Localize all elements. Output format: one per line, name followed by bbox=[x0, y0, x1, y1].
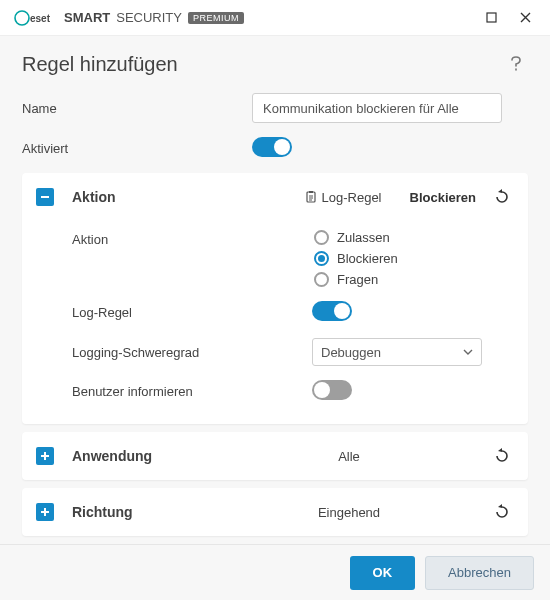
name-row: Name bbox=[22, 86, 546, 130]
notify-toggle[interactable] bbox=[312, 380, 352, 400]
svg-rect-2 bbox=[487, 13, 496, 22]
logregel-chip-label: Log-Regel bbox=[322, 190, 382, 205]
card-richtung-header[interactable]: Richtung Eingehend bbox=[22, 488, 528, 536]
card-aktion: Aktion Log-Regel Blockieren Aktion bbox=[22, 173, 528, 424]
card-richtung-reset[interactable] bbox=[490, 500, 514, 524]
card-richtung-value: Eingehend bbox=[222, 505, 476, 520]
card-aktion-value: Blockieren bbox=[410, 190, 476, 205]
svg-rect-3 bbox=[41, 196, 49, 198]
svg-point-0 bbox=[15, 11, 29, 25]
footer: OK Abbrechen bbox=[0, 544, 550, 600]
brand-word-smart: SMART bbox=[64, 10, 110, 25]
radio-fragen[interactable]: Fragen bbox=[314, 272, 514, 287]
radio-zulassen-label: Zulassen bbox=[337, 230, 390, 245]
svg-rect-5 bbox=[309, 191, 313, 193]
severity-label: Logging-Schweregrad bbox=[72, 345, 312, 360]
collapse-icon bbox=[36, 188, 54, 206]
aktiviert-label: Aktiviert bbox=[22, 141, 252, 156]
svg-rect-7 bbox=[41, 455, 49, 457]
card-anwendung-value: Alle bbox=[222, 449, 476, 464]
card-richtung-title: Richtung bbox=[72, 504, 222, 520]
window-maximize-button[interactable] bbox=[474, 4, 508, 32]
notify-label: Benutzer informieren bbox=[72, 384, 312, 399]
card-anwendung-header[interactable]: Anwendung Alle bbox=[22, 432, 528, 480]
name-input[interactable] bbox=[252, 93, 502, 123]
page-title: Regel hinzufügen bbox=[22, 53, 504, 76]
radio-blockieren[interactable]: Blockieren bbox=[314, 251, 514, 266]
logregel-chip: Log-Regel bbox=[304, 190, 382, 205]
card-aktion-header[interactable]: Aktion Log-Regel Blockieren bbox=[22, 173, 528, 221]
titlebar: eset SMART SECURITY PREMIUM bbox=[0, 0, 550, 36]
severity-select[interactable]: Debuggen bbox=[312, 338, 482, 366]
undo-icon bbox=[493, 188, 511, 206]
radio-zulassen[interactable]: Zulassen bbox=[314, 230, 514, 245]
undo-icon bbox=[493, 503, 511, 521]
card-anwendung-reset[interactable] bbox=[490, 444, 514, 468]
aktion-label: Aktion bbox=[72, 230, 312, 247]
chevron-down-icon bbox=[463, 349, 473, 355]
card-aktion-body: Aktion Zulassen Blockieren Fragen Log-Re… bbox=[22, 221, 528, 424]
brand-badge: PREMIUM bbox=[188, 12, 244, 24]
notify-row: Benutzer informieren bbox=[72, 373, 514, 410]
severity-value: Debuggen bbox=[321, 345, 381, 360]
help-button[interactable] bbox=[504, 52, 528, 76]
severity-row: Logging-Schweregrad Debuggen bbox=[72, 331, 514, 373]
logregel-row: Log-Regel bbox=[72, 294, 514, 331]
radio-fragen-label: Fragen bbox=[337, 272, 378, 287]
clipboard-icon bbox=[304, 190, 318, 204]
logregel-label: Log-Regel bbox=[72, 305, 312, 320]
card-aktion-title: Aktion bbox=[72, 189, 304, 205]
expand-icon bbox=[36, 503, 54, 521]
window-close-button[interactable] bbox=[508, 4, 542, 32]
window: eset SMART SECURITY PREMIUM Regel hinzuf… bbox=[0, 0, 550, 600]
svg-text:eset: eset bbox=[30, 13, 51, 24]
close-icon bbox=[520, 12, 531, 23]
maximize-icon bbox=[486, 12, 497, 23]
aktiviert-toggle[interactable] bbox=[252, 137, 292, 157]
eset-logo-icon: eset bbox=[14, 10, 58, 26]
aktion-radio-row: Aktion Zulassen Blockieren Fragen bbox=[72, 223, 514, 294]
help-icon bbox=[511, 56, 521, 72]
aktiviert-row: Aktiviert bbox=[22, 130, 546, 167]
cancel-button[interactable]: Abbrechen bbox=[425, 556, 534, 590]
expand-icon bbox=[36, 447, 54, 465]
brand: eset SMART SECURITY PREMIUM bbox=[14, 10, 244, 26]
ok-button[interactable]: OK bbox=[350, 556, 416, 590]
name-label: Name bbox=[22, 101, 252, 116]
brand-word-security: SECURITY bbox=[116, 10, 182, 25]
card-aktion-reset[interactable] bbox=[490, 185, 514, 209]
card-anwendung: Anwendung Alle bbox=[22, 432, 528, 480]
radio-blockieren-label: Blockieren bbox=[337, 251, 398, 266]
logregel-toggle[interactable] bbox=[312, 301, 352, 321]
card-anwendung-title: Anwendung bbox=[72, 448, 222, 464]
page-header: Regel hinzufügen bbox=[0, 36, 550, 82]
card-richtung: Richtung Eingehend bbox=[22, 488, 528, 536]
undo-icon bbox=[493, 447, 511, 465]
svg-rect-9 bbox=[41, 511, 49, 513]
body-scroll[interactable]: Name Aktiviert Aktion Log-Regel bbox=[0, 82, 550, 544]
